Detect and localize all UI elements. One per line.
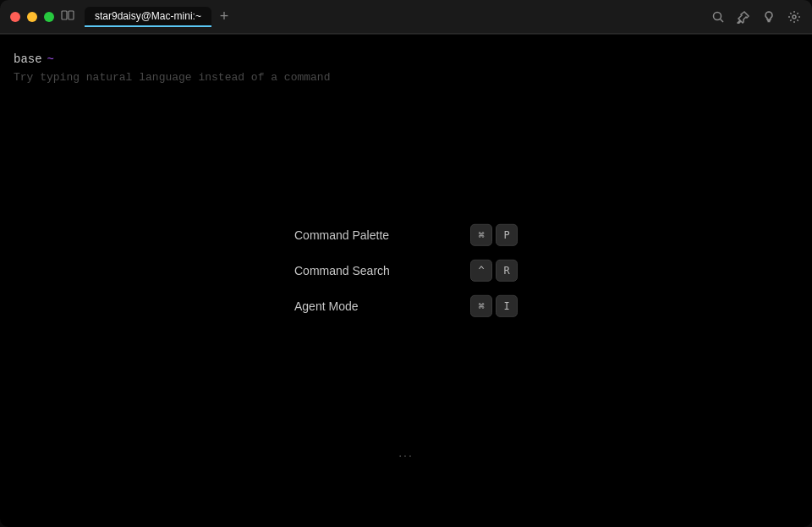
terminal-window: star9daisy@Mac-mini:~ +	[0, 0, 812, 527]
keyboard-shortcut: ⌘I	[470, 294, 518, 316]
close-button[interactable]	[10, 12, 20, 22]
minimize-button[interactable]	[27, 12, 37, 22]
hint-text: Try typing natural language instead of a…	[14, 71, 798, 84]
tab-title: star9daisy@Mac-mini:~	[95, 10, 201, 22]
maximize-button[interactable]	[44, 12, 54, 22]
bottom-bar: base ~ Try typing natural language inste…	[0, 34, 812, 102]
menu-item[interactable]: Command Palette⌘P	[288, 218, 524, 250]
svg-point-2	[714, 12, 721, 19]
key-badge: ⌘	[470, 294, 492, 316]
new-tab-button[interactable]: +	[215, 8, 233, 26]
title-bar: star9daisy@Mac-mini:~ +	[0, 0, 812, 34]
settings-icon[interactable]	[787, 9, 802, 25]
terminal-content: Command Palette⌘PCommand Search^RAgent M…	[0, 34, 812, 527]
svg-line-3	[721, 19, 724, 22]
bulb-icon[interactable]	[761, 9, 776, 25]
key-badge: ^	[470, 259, 492, 281]
svg-rect-1	[69, 11, 74, 19]
command-menu: Command Palette⌘PCommand Search^RAgent M…	[288, 218, 524, 321]
prompt-tilde: ~	[47, 52, 54, 66]
tab-bar: star9daisy@Mac-mini:~ +	[85, 7, 710, 27]
key-badge: P	[496, 223, 518, 245]
svg-rect-0	[62, 11, 67, 19]
menu-item-label: Command Search	[294, 263, 390, 277]
prompt-line: base ~	[14, 52, 798, 66]
keyboard-shortcut: ^R	[470, 259, 518, 281]
menu-item[interactable]: Agent Mode⌘I	[288, 289, 524, 321]
pin-icon[interactable]	[736, 9, 751, 25]
title-bar-actions	[710, 9, 802, 25]
menu-item[interactable]: Command Search^R	[288, 254, 524, 286]
ellipsis-indicator: ...	[398, 446, 414, 459]
menu-item-label: Command Palette	[294, 228, 389, 241]
menu-item-label: Agent Mode	[294, 299, 359, 312]
key-badge: R	[496, 259, 518, 281]
keyboard-shortcut: ⌘P	[470, 223, 518, 245]
svg-point-4	[793, 15, 796, 19]
key-badge: I	[496, 294, 518, 316]
search-icon[interactable]	[710, 9, 726, 25]
active-tab[interactable]: star9daisy@Mac-mini:~	[85, 7, 211, 27]
traffic-lights	[10, 12, 54, 22]
tab-groups-icon	[61, 8, 74, 22]
prompt-base: base	[14, 52, 42, 66]
key-badge: ⌘	[470, 223, 492, 245]
tab-switcher-icon[interactable]	[61, 8, 74, 25]
